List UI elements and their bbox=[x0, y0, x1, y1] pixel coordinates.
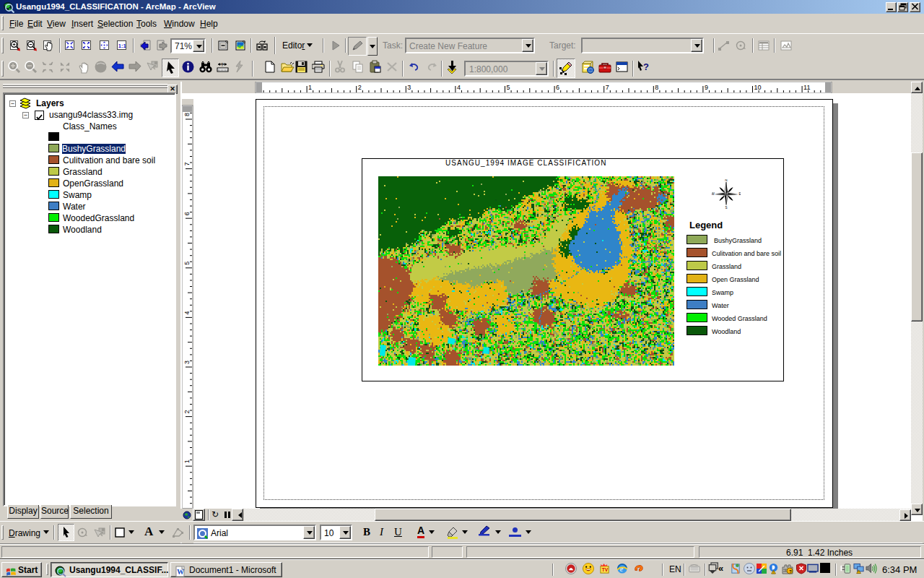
svg-text:S: S bbox=[725, 206, 728, 209]
svg-text:!: ! bbox=[858, 571, 859, 574]
svg-text:!: ! bbox=[773, 571, 774, 574]
svg-text:?: ? bbox=[789, 569, 792, 574]
svg-text:e: e bbox=[620, 565, 624, 573]
svg-text:3: 3 bbox=[183, 361, 191, 364]
svg-text:E: E bbox=[739, 192, 741, 196]
svg-text:?: ? bbox=[643, 61, 649, 72]
svg-text:1:1: 1:1 bbox=[118, 43, 126, 49]
svg-text:6: 6 bbox=[556, 84, 559, 91]
svg-text:W: W bbox=[177, 568, 184, 576]
svg-text:TV: TV bbox=[602, 567, 609, 572]
svg-text:5: 5 bbox=[507, 84, 510, 91]
svg-text:W: W bbox=[712, 192, 715, 196]
svg-text:4: 4 bbox=[457, 84, 461, 91]
svg-text:5: 5 bbox=[183, 262, 191, 265]
svg-text:3: 3 bbox=[407, 84, 411, 91]
svg-text:9: 9 bbox=[705, 84, 708, 91]
svg-text:1: 1 bbox=[183, 460, 191, 463]
svg-text:8: 8 bbox=[183, 113, 191, 116]
svg-text:6: 6 bbox=[183, 212, 191, 215]
svg-text:7: 7 bbox=[183, 163, 191, 166]
svg-text:8: 8 bbox=[655, 84, 658, 91]
svg-text:11: 11 bbox=[803, 84, 810, 91]
svg-text:2: 2 bbox=[183, 410, 191, 414]
svg-text:7: 7 bbox=[606, 84, 609, 91]
svg-text:1: 1 bbox=[308, 84, 312, 91]
svg-text:10: 10 bbox=[754, 84, 762, 91]
svg-text:4: 4 bbox=[183, 311, 191, 314]
svg-text:N: N bbox=[725, 179, 727, 182]
svg-text:2: 2 bbox=[358, 84, 362, 91]
svg-text:?: ? bbox=[221, 62, 224, 67]
